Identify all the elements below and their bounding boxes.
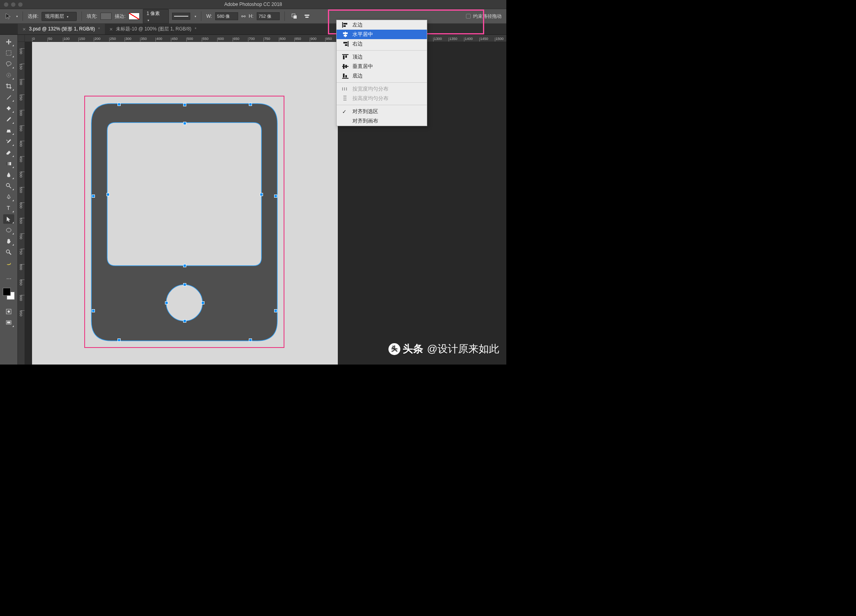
menu-item-top[interactable]: 顶边 — [337, 52, 427, 62]
constrain-path-drag-checkbox[interactable]: 约束路径拖动 — [466, 13, 502, 20]
blur-tool[interactable] — [3, 170, 14, 180]
close-tab-icon[interactable]: × — [23, 26, 26, 32]
pen-tool[interactable] — [3, 192, 14, 202]
close-window[interactable] — [4, 2, 8, 7]
close-tab-icon[interactable]: × — [110, 26, 113, 32]
stroke-swatch[interactable] — [129, 13, 140, 20]
fill-swatch[interactable] — [100, 13, 112, 20]
vector-shape[interactable] — [91, 104, 277, 341]
color-swatches[interactable] — [3, 288, 15, 300]
horizontal-ruler[interactable]: 0501001502002503003504004505005506006507… — [25, 35, 506, 42]
svg-rect-9 — [6, 162, 11, 165]
menu-item-sel[interactable]: ✓对齐到选区 — [337, 107, 427, 116]
path-anchor[interactable] — [183, 264, 186, 267]
path-operations-icon[interactable] — [290, 11, 299, 21]
path-anchor[interactable] — [165, 301, 168, 304]
menu-separator — [337, 105, 427, 105]
menu-item-label: 对齐到选区 — [352, 108, 378, 115]
menu-item-canvas[interactable]: 对齐到画布 — [337, 116, 427, 126]
stroke-options-dropdown[interactable]: ▾ — [195, 15, 196, 18]
banana-tool[interactable] — [3, 259, 14, 268]
edit-toolbar[interactable]: ⋯ — [3, 274, 14, 283]
menu-item-label: 水平居中 — [352, 31, 373, 38]
brush-tool[interactable] — [3, 115, 14, 124]
path-anchor[interactable] — [106, 193, 110, 196]
path-alignment-icon[interactable] — [302, 11, 312, 21]
menu-item-label: 左边 — [352, 21, 363, 28]
move-tool[interactable] — [3, 37, 14, 47]
crop-tool[interactable] — [3, 81, 14, 91]
path-anchor[interactable] — [117, 338, 121, 342]
foreground-color-swatch[interactable] — [3, 288, 11, 296]
menu-item-right[interactable]: 右边 — [337, 39, 427, 49]
path-selection-tool[interactable] — [3, 214, 14, 224]
separator — [201, 11, 201, 21]
menu-item-left[interactable]: 左边 — [337, 20, 427, 30]
minimize-window[interactable] — [11, 2, 15, 7]
svg-rect-43 — [343, 100, 347, 100]
healing-brush-tool[interactable] — [3, 104, 14, 113]
clone-stamp-tool[interactable] — [3, 126, 14, 135]
eraser-tool[interactable] — [3, 148, 14, 157]
select-mode-dropdown[interactable]: 现用图层 ▾ — [42, 12, 76, 21]
svg-rect-33 — [343, 64, 345, 69]
path-anchor[interactable] — [274, 309, 277, 312]
history-brush-tool[interactable] — [3, 137, 14, 146]
svg-point-17 — [8, 310, 10, 313]
path-anchor[interactable] — [274, 195, 277, 198]
screen-mode[interactable] — [3, 318, 14, 327]
constrain-label: 约束路径拖动 — [473, 13, 502, 20]
stroke-style-dropdown[interactable] — [172, 13, 190, 20]
path-anchor[interactable] — [117, 103, 121, 106]
menu-item-hcenter[interactable]: 水平居中 — [337, 30, 427, 39]
canvas-viewport[interactable] — [25, 42, 506, 365]
hand-tool[interactable] — [3, 236, 14, 246]
path-anchor[interactable] — [201, 301, 205, 304]
maximize-window[interactable] — [18, 2, 23, 7]
stroke-width-input[interactable]: 1 像素 ▾ — [143, 9, 169, 24]
menu-item-label: 右边 — [352, 40, 363, 47]
path-anchor[interactable] — [183, 283, 186, 286]
path-anchor[interactable] — [249, 103, 252, 106]
svg-point-6 — [8, 75, 9, 76]
align-right-icon — [342, 41, 348, 47]
svg-rect-31 — [345, 55, 347, 58]
path-anchor[interactable] — [260, 193, 263, 196]
menu-item-label: 按宽度均匀分布 — [352, 85, 388, 93]
vertical-ruler[interactable]: 1001502002503003504004505005506006507007… — [18, 42, 25, 365]
menu-item-vcenter[interactable]: 垂直居中 — [337, 62, 427, 71]
path-anchor[interactable] — [183, 103, 186, 106]
eyedropper-tool[interactable] — [3, 93, 14, 102]
toolbox: T ⋯ — [0, 35, 18, 365]
marquee-tool[interactable] — [3, 48, 14, 58]
link-wh-icon[interactable]: ⚯ — [241, 13, 246, 19]
height-input[interactable] — [257, 12, 280, 20]
magic-wand-tool[interactable] — [3, 70, 14, 80]
svg-rect-40 — [346, 87, 347, 91]
svg-rect-1 — [294, 15, 297, 19]
align-top-icon — [342, 54, 348, 60]
path-anchor[interactable] — [249, 338, 252, 342]
path-anchor[interactable] — [92, 309, 95, 312]
tab-dirty-indicator: * — [195, 26, 197, 32]
path-anchor[interactable] — [183, 122, 186, 125]
menu-item-label: 垂直居中 — [352, 63, 373, 70]
width-label: W: — [206, 13, 212, 19]
shape-tool[interactable] — [3, 225, 14, 235]
document-tab-active[interactable]: × 3.psd @ 132% (矩形 1, RGB/8)* — [18, 24, 105, 34]
menu-item-bottom[interactable]: 底边 — [337, 71, 427, 81]
path-anchor[interactable] — [92, 195, 95, 198]
width-input[interactable] — [215, 12, 238, 20]
svg-point-10 — [6, 183, 9, 187]
ruler-origin[interactable] — [18, 35, 25, 42]
lasso-tool[interactable] — [3, 59, 14, 69]
gradient-tool[interactable] — [3, 159, 14, 168]
document-tab[interactable]: × 未标题-10 @ 100% (图层 1, RGB/8)* — [105, 24, 201, 34]
tool-preset-dropdown[interactable]: ▾ — [16, 15, 18, 18]
path-alignment-menu: 左边水平居中右边 顶边垂直居中底边 按宽度均匀分布按高度均匀分布 ✓对齐到选区对… — [336, 20, 427, 126]
path-anchor[interactable] — [183, 319, 186, 323]
type-tool[interactable]: T — [3, 203, 14, 213]
zoom-tool[interactable] — [3, 248, 14, 257]
dodge-tool[interactable] — [3, 181, 14, 191]
quick-mask-mode[interactable] — [3, 307, 14, 316]
